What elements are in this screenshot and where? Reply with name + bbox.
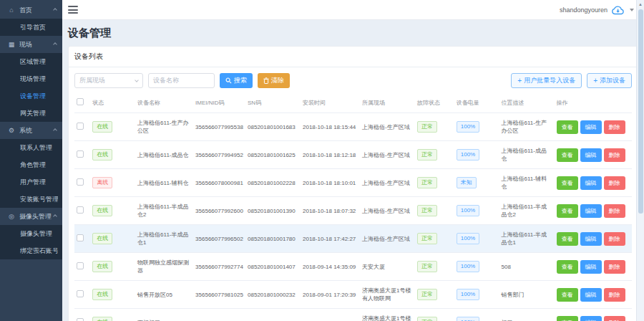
- view-button[interactable]: 查看: [557, 148, 578, 162]
- edit-button[interactable]: 编辑: [580, 260, 602, 274]
- row-checkbox[interactable]: [77, 318, 84, 321]
- clear-button[interactable]: 清除: [258, 73, 290, 88]
- view-button[interactable]: 查看: [557, 204, 578, 218]
- sidebar-item-绑定萤石账号[interactable]: 绑定萤石账号: [0, 242, 62, 259]
- view-button[interactable]: 查看: [557, 260, 578, 274]
- delete-button[interactable]: 删除: [604, 176, 625, 190]
- column-header-IMEI/NID码: IMEI/NID码: [193, 92, 245, 113]
- view-button[interactable]: 查看: [557, 316, 578, 321]
- row-checkbox[interactable]: [77, 234, 84, 241]
- sidebar-item-label: 摄像头管理: [19, 212, 54, 221]
- battery-badge: 100%: [457, 233, 479, 244]
- fault-status-badge: 正常: [417, 317, 437, 321]
- device-name-cell: 西门门口: [135, 309, 193, 321]
- battery-badge: 100%: [457, 205, 479, 216]
- sidebar: ⌂首页引导首页▦现场区域管理现场管理设备管理网关管理⚙系统联系人管理角色管理用户…: [0, 0, 62, 321]
- add-device-button[interactable]: + 添加设备: [587, 73, 632, 88]
- sidebar-item-设备管理[interactable]: 设备管理: [0, 87, 62, 105]
- row-checkbox[interactable]: [77, 178, 84, 186]
- home-icon: ⌂: [7, 6, 16, 14]
- imei-cell: 356566077988996: [193, 309, 245, 321]
- column-header-设备名称: 设备名称: [135, 92, 193, 113]
- install-time-cell: 2018-10-18 17:42:27: [301, 225, 360, 253]
- imei-cell: 356566077994952: [193, 141, 245, 169]
- column-header-SN码: SN码: [245, 92, 301, 113]
- install-time-cell: 2018-10-18 18:07:32: [301, 197, 360, 225]
- chevron-up-icon: [53, 8, 57, 12]
- device-table-wrap: 状态设备名称IMEI/NID码SN码安装时间所属现场故障状态设备电量位置描述操作…: [69, 92, 638, 321]
- sidebar-item-角色管理[interactable]: 角色管理: [0, 156, 62, 173]
- sidebar-item-摄像头管理[interactable]: 摄像头管理: [0, 225, 62, 242]
- view-button[interactable]: 查看: [557, 232, 578, 246]
- delete-button[interactable]: 删除: [604, 316, 625, 321]
- user-menu-caret-icon[interactable]: [630, 9, 634, 11]
- hamburger-menu-icon[interactable]: [68, 6, 78, 14]
- row-checkbox[interactable]: [77, 150, 84, 158]
- device-name-cell: 物联网独立感烟探测器: [135, 253, 193, 281]
- sidebar-item-引导首页[interactable]: 引导首页: [0, 19, 62, 36]
- edit-button[interactable]: 编辑: [580, 232, 602, 246]
- view-button[interactable]: 查看: [557, 288, 578, 302]
- delete-button[interactable]: 删除: [604, 232, 625, 246]
- edit-button[interactable]: 编辑: [580, 148, 602, 162]
- vertical-scrollbar[interactable]: ▲: [636, 0, 644, 321]
- sn-cell: 085201801001029: [245, 309, 301, 321]
- edit-button[interactable]: 编辑: [580, 204, 602, 218]
- plus-icon: +: [517, 77, 522, 85]
- table-row: 在线上海稳佰611-半成品仓23565660779926000852018010…: [74, 197, 632, 225]
- sidebar-item-label: 角色管理: [20, 160, 58, 170]
- site-cell: 上海稳佰-生产区域: [360, 225, 415, 253]
- column-header-状态: 状态: [90, 92, 135, 113]
- edit-button[interactable]: 编辑: [580, 176, 602, 190]
- delete-button[interactable]: 删除: [604, 204, 625, 218]
- table-row: 在线西门门口3565660779889960852018010010292018…: [74, 309, 632, 321]
- sidebar-item-联系人管理[interactable]: 联系人管理: [0, 139, 62, 156]
- battery-badge: 100%: [457, 317, 479, 321]
- sidebar-item-区域管理[interactable]: 区域管理: [0, 53, 62, 70]
- sidebar-item-用户管理[interactable]: 用户管理: [0, 173, 62, 191]
- edit-button[interactable]: 编辑: [580, 120, 602, 134]
- edit-button[interactable]: 编辑: [580, 316, 602, 321]
- device-name-cell: 上海稳佰611-半成品仓2: [135, 197, 193, 225]
- view-button[interactable]: 查看: [557, 120, 578, 134]
- scrollbar-thumb[interactable]: [638, 9, 643, 214]
- device-name-input[interactable]: 设备名称: [148, 73, 215, 88]
- row-checkbox[interactable]: [77, 262, 84, 269]
- view-button[interactable]: 查看: [557, 176, 578, 190]
- sidebar-item-网关管理[interactable]: 网关管理: [0, 105, 62, 122]
- select-all-checkbox[interactable]: [77, 98, 84, 105]
- sidebar-item-摄像头管理[interactable]: ◎摄像头管理: [0, 208, 62, 225]
- content: 设备管理 设备列表 所属现场 设备名称 搜索: [62, 20, 644, 321]
- column-header-设备电量: 设备电量: [454, 92, 499, 113]
- delete-button[interactable]: 删除: [604, 260, 625, 274]
- chevron-up-icon: [53, 214, 57, 219]
- delete-button[interactable]: 删除: [604, 148, 625, 162]
- sidebar-item-现场[interactable]: ▦现场: [0, 36, 62, 53]
- row-checkbox[interactable]: [77, 206, 84, 214]
- row-checkbox[interactable]: [77, 123, 84, 130]
- sn-cell: 085201801001407: [245, 253, 301, 281]
- site-filter-select[interactable]: 所属现场: [74, 73, 143, 88]
- edit-button[interactable]: 编辑: [580, 288, 602, 302]
- site-cell: 上海稳佰-生产区域: [360, 141, 415, 169]
- sidebar-item-现场管理[interactable]: 现场管理: [0, 70, 62, 87]
- row-checkbox[interactable]: [77, 290, 84, 297]
- batch-import-button[interactable]: + 用户批量导入设备: [511, 73, 582, 88]
- sidebar-item-安装账号管理[interactable]: 安装账号管理: [0, 191, 62, 208]
- delete-button[interactable]: 删除: [604, 120, 625, 134]
- sidebar-item-label: 设备管理: [20, 92, 58, 101]
- scroll-up-arrow-icon[interactable]: ▲: [637, 0, 644, 9]
- location-cell: 508: [499, 253, 555, 281]
- status-badge: 在线: [92, 233, 112, 244]
- sidebar-item-首页[interactable]: ⌂首页: [0, 1, 62, 19]
- status-badge: 在线: [92, 149, 112, 160]
- delete-button[interactable]: 删除: [604, 288, 625, 302]
- site-cell: 天安大厦: [360, 253, 415, 281]
- device-name-cell: 销售开放区05: [135, 281, 193, 309]
- search-button[interactable]: 搜索: [220, 73, 253, 88]
- sidebar-item-系统[interactable]: ⚙系统: [0, 122, 62, 139]
- sidebar-item-label: 系统: [19, 126, 54, 135]
- table-row: 在线上海稳佰611-成品仓356566077994952085201801001…: [74, 141, 632, 169]
- table-header-row: 状态设备名称IMEI/NID码SN码安装时间所属现场故障状态设备电量位置描述操作: [74, 92, 632, 113]
- location-cell: 销售部门: [499, 281, 555, 309]
